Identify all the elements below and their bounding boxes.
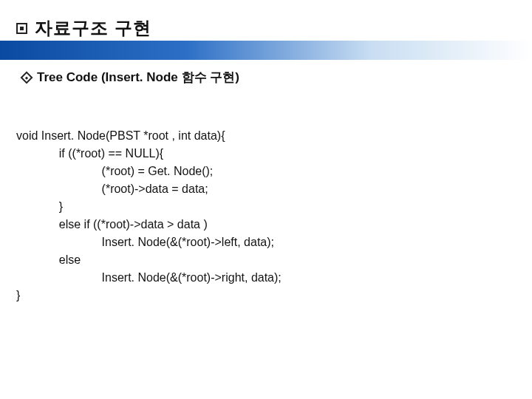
code-line: (*root)->data = data;: [16, 183, 208, 195]
slide-subtitle: Tree Code (Insert. Node 함수 구현): [37, 69, 239, 86]
code-line: if ((*root) == NULL){: [16, 147, 163, 160]
subtitle-row: Tree Code (Insert. Node 함수 구현): [22, 69, 239, 86]
title-row: 자료구조 구현: [16, 16, 151, 40]
title-gradient-band: [0, 41, 532, 60]
square-bullet-inner: [20, 27, 24, 30]
code-block: void Insert. Node(PBST *root , int data)…: [16, 127, 504, 304]
slide-title: 자료구조 구현: [35, 16, 151, 40]
code-line: Insert. Node(&(*root)->right, data);: [16, 271, 282, 284]
slide: 자료구조 구현 Tree Code (Insert. Node 함수 구현) v…: [0, 0, 532, 399]
code-line: Insert. Node(&(*root)->left, data);: [16, 236, 274, 248]
square-bullet-icon: [16, 23, 27, 34]
code-line: void Insert. Node(PBST *root , int data)…: [16, 129, 225, 142]
code-line: (*root) = Get. Node();: [16, 165, 213, 177]
code-line: else: [16, 253, 81, 266]
diamond-bullet-inner: [25, 75, 28, 78]
diamond-bullet-icon: [21, 71, 33, 83]
code-line: }: [16, 289, 20, 301]
code-line: else if ((*root)->data > data ): [16, 218, 208, 231]
code-line: }: [16, 200, 63, 213]
